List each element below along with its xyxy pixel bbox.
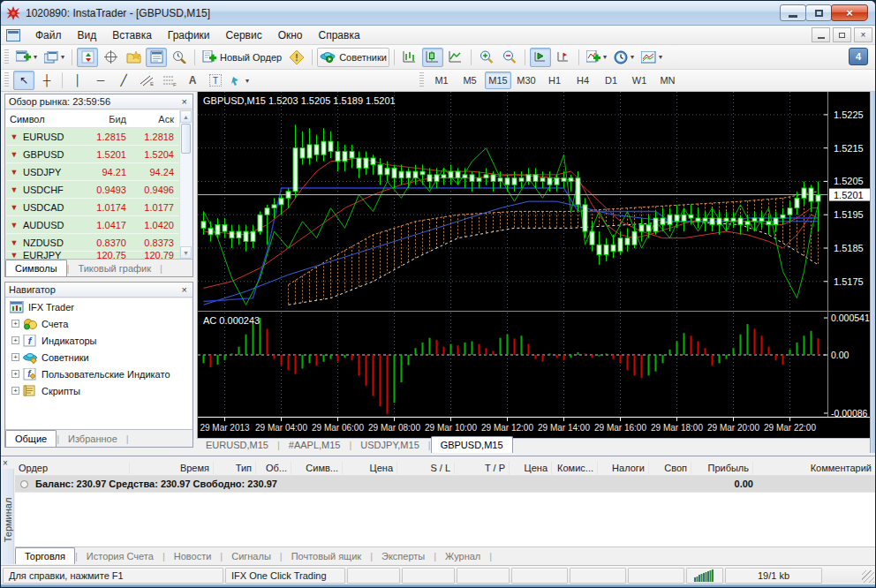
tree-item-Индикаторы[interactable]: +fИндикаторы: [6, 332, 192, 349]
tree-item-Пользовательские Индикато[interactable]: +fПользовательские Индикато: [6, 366, 192, 382]
timeframe-W1[interactable]: W1: [626, 72, 653, 89]
scroll-up-icon[interactable]: ▲: [180, 110, 192, 123]
menu-item-Вид[interactable]: Вид: [70, 26, 105, 44]
zoom-in-button[interactable]: [476, 48, 497, 67]
terminal-column-Налоги[interactable]: Налоги: [598, 462, 649, 474]
market-watch-row[interactable]: ▼GBPUSD1.52011.5204: [6, 146, 179, 163]
notification-badge[interactable]: 4: [849, 48, 868, 65]
auto-scroll-button[interactable]: [530, 48, 551, 67]
market-watch-row[interactable]: ▼EURJPY120.75120.79: [6, 252, 179, 259]
expand-icon[interactable]: +: [11, 370, 19, 378]
restore-button[interactable]: [805, 4, 832, 21]
timeframe-H4[interactable]: H4: [570, 72, 596, 89]
timeframe-H1[interactable]: H1: [541, 72, 568, 89]
child-minimize-button[interactable]: [812, 27, 830, 42]
candlestick-mode-button[interactable]: [422, 48, 443, 67]
terminal-tab-Сигналы[interactable]: Сигналы: [223, 549, 280, 564]
chart-shift-button[interactable]: [553, 48, 574, 67]
minimize-button[interactable]: [780, 4, 806, 21]
navigator-close-icon[interactable]: ×: [180, 285, 189, 295]
terminal-column-Цена[interactable]: Цена: [343, 462, 397, 474]
terminal-tab-Журнал[interactable]: Журнал: [436, 549, 489, 564]
menu-item-Файл[interactable]: Файл: [27, 26, 70, 44]
chart-area[interactable]: 1.52251.52151.52051.51951.51851.51751.52…: [197, 92, 870, 438]
terminal-column-T / P[interactable]: T / P: [455, 462, 510, 474]
terminal-column-Ордер[interactable]: Ордер: [15, 462, 130, 474]
strategy-tester-button[interactable]: [169, 48, 190, 67]
chart-tab-#AAPL,M15[interactable]: #AAPL,M15: [280, 438, 350, 453]
trendline-tool[interactable]: ╱: [113, 71, 134, 90]
terminal-tab-Новости[interactable]: Новости: [165, 549, 221, 564]
price-chart[interactable]: 1.52251.52151.52051.51951.51851.51751.52…: [198, 92, 871, 438]
terminal-column-Прибыль[interactable]: Прибыль: [691, 462, 753, 474]
market-watch-row[interactable]: ▼USDCAD1.01741.0177: [6, 199, 179, 216]
terminal-column-Об...[interactable]: Об...: [256, 462, 291, 474]
line-chart-mode-button[interactable]: [445, 48, 466, 67]
terminal-tab-Эксперты[interactable]: Эксперты: [373, 549, 434, 564]
zoom-out-button[interactable]: [499, 48, 520, 67]
new-order-button[interactable]: Новый Ордер: [200, 48, 284, 67]
terminal-toggle[interactable]: [146, 48, 167, 67]
market-watch-row[interactable]: ▼USDJPY94.2194.24: [6, 163, 179, 181]
expert-advisors-button[interactable]: Советники: [317, 48, 389, 67]
vertical-line-tool[interactable]: │: [67, 71, 88, 90]
terminal-close-icon[interactable]: ×: [3, 458, 8, 468]
market-watch-row[interactable]: ▼AUDUSD1.04171.0420: [6, 216, 179, 234]
indicators-button[interactable]: ▾: [584, 48, 609, 67]
status-mode[interactable]: IFX One Click Trading: [225, 568, 345, 584]
market-watch-row[interactable]: ▼NZDUSD0.83700.8373: [6, 234, 179, 252]
scroll-down-icon[interactable]: ▼: [180, 246, 192, 259]
menu-item-Окно[interactable]: Окно: [270, 26, 311, 44]
terminal-column-Своп[interactable]: Своп: [649, 462, 691, 474]
profiles-button[interactable]: ▾: [42, 48, 67, 67]
navigator-toggle[interactable]: [123, 48, 144, 67]
terminal-column-Время[interactable]: Время: [130, 462, 214, 474]
toolbar-grip[interactable]: [4, 49, 9, 65]
text-label-tool[interactable]: T: [205, 71, 226, 90]
text-tool[interactable]: A: [182, 71, 203, 90]
menu-item-Вставка[interactable]: Вставка: [104, 26, 160, 44]
templates-button[interactable]: ▾: [638, 48, 665, 67]
tree-root-ifx-trader[interactable]: IFX Trader: [6, 298, 192, 315]
chart-child-icon[interactable]: [6, 29, 20, 41]
tab-Тиковый график[interactable]: Тиковый график: [69, 261, 160, 276]
cursor-tool-button[interactable]: ↖: [13, 71, 34, 90]
tab-Общие[interactable]: Общие: [5, 430, 57, 447]
market-watch-scrollbar[interactable]: ▲ ▼: [179, 110, 192, 259]
market-watch-row[interactable]: ▼USDCHF0.94930.9496: [6, 181, 179, 199]
terminal-tab-Торговля[interactable]: Торговля: [15, 547, 75, 564]
chart-tab-GBPUSD,M15[interactable]: GBPUSD,M15: [431, 436, 513, 453]
close-button[interactable]: ×: [831, 4, 868, 21]
tab-Символы[interactable]: Символы: [5, 260, 67, 276]
column-symbol[interactable]: Символ: [6, 114, 79, 124]
market-watch-toggle[interactable]: [77, 48, 98, 67]
tab-Избранное[interactable]: Избранное: [59, 432, 126, 447]
terminal-column-Комментарий[interactable]: Комментарий: [753, 462, 875, 474]
timeframe-MN[interactable]: MN: [654, 72, 681, 89]
channel-tool[interactable]: E: [136, 71, 157, 90]
menu-item-Графики[interactable]: Графики: [160, 26, 218, 44]
horizontal-line-tool[interactable]: ─: [90, 71, 111, 90]
terminal-column-S / L[interactable]: S / L: [397, 462, 455, 474]
expand-icon[interactable]: +: [11, 353, 19, 361]
terminal-column-Симв...[interactable]: Симв...: [291, 462, 343, 474]
timeframe-M15[interactable]: M15: [485, 72, 511, 89]
periods-button[interactable]: ▾: [611, 48, 637, 67]
menu-item-Сервис[interactable]: Сервис: [218, 26, 270, 44]
terminal-tab-Почтовый ящик[interactable]: Почтовый ящик: [283, 549, 370, 564]
expand-icon[interactable]: +: [11, 320, 19, 328]
terminal-tab-История Счета[interactable]: История Счета: [78, 549, 162, 564]
bar-chart-mode-button[interactable]: [399, 48, 420, 67]
menu-item-Справка[interactable]: Справка: [311, 26, 368, 44]
child-close-button[interactable]: ×: [854, 27, 872, 42]
chart-tab-USDJPY,M15[interactable]: USDJPY,M15: [351, 438, 427, 453]
timeframe-M1[interactable]: M1: [428, 72, 455, 89]
tree-item-Скрипты[interactable]: +Скрипты: [6, 382, 192, 399]
resize-grip[interactable]: [862, 570, 874, 583]
timeframe-M5[interactable]: M5: [457, 72, 483, 89]
market-watch-row[interactable]: ▼EURUSD1.28151.2818: [6, 128, 179, 146]
terminal-column-Комис...[interactable]: Комис...: [552, 462, 598, 474]
scroll-thumb[interactable]: [181, 124, 191, 154]
terminal-column-Тип[interactable]: Тип: [214, 462, 256, 474]
crosshair-tool-button[interactable]: ┼: [36, 71, 57, 90]
